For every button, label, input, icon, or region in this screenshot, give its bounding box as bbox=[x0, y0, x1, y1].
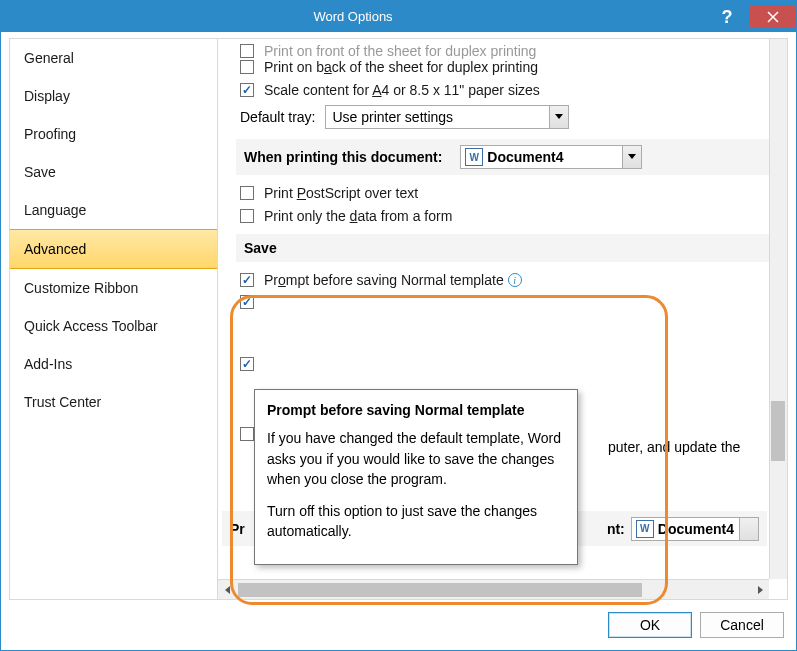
clipped-text: puter, and update the bbox=[608, 439, 740, 455]
checkbox[interactable] bbox=[240, 60, 254, 74]
option-label: Print only the data from a form bbox=[264, 208, 452, 224]
scrollbar-thumb[interactable] bbox=[771, 401, 785, 461]
section-save: Save bbox=[236, 234, 769, 262]
section-label-prefix: Pr bbox=[230, 521, 245, 537]
close-button[interactable] bbox=[749, 5, 796, 28]
tooltip-paragraph: If you have changed the default template… bbox=[267, 428, 565, 489]
sidebar-item-quick-access-toolbar[interactable]: Quick Access Toolbar bbox=[10, 307, 217, 345]
document-selector[interactable]: W Document4 bbox=[460, 145, 642, 169]
tooltip-title: Prompt before saving Normal template bbox=[267, 400, 565, 420]
cancel-button[interactable]: Cancel bbox=[700, 612, 784, 638]
sidebar-item-language[interactable]: Language bbox=[10, 191, 217, 229]
option-hidden-behind-tooltip-1 bbox=[236, 295, 769, 309]
close-icon bbox=[767, 11, 779, 23]
tray-label: Default tray: bbox=[240, 109, 315, 125]
section-label-suffix: nt: bbox=[607, 521, 625, 537]
option-label: Print on back of the sheet for duplex pr… bbox=[264, 59, 538, 75]
vertical-scrollbar[interactable] bbox=[769, 39, 787, 579]
sidebar-item-save[interactable]: Save bbox=[10, 153, 217, 191]
scroll-arrow-right[interactable] bbox=[751, 580, 769, 599]
option-hidden-behind-tooltip-2 bbox=[236, 357, 769, 371]
section-when-printing: When printing this document: W Document4 bbox=[236, 139, 769, 175]
checkbox[interactable] bbox=[240, 273, 254, 287]
word-options-window: Word Options ? General Display Proofing … bbox=[0, 0, 797, 651]
sidebar-item-general[interactable]: General bbox=[10, 39, 217, 77]
checkbox[interactable] bbox=[240, 44, 254, 58]
chevron-down-icon bbox=[555, 114, 563, 119]
chevron-down-icon bbox=[628, 154, 636, 159]
option-label: Prompt before saving Normal template bbox=[264, 272, 504, 288]
option-scale-content: Scale content for A4 or 8.5 x 11" paper … bbox=[236, 82, 769, 98]
word-document-icon: W bbox=[465, 148, 483, 166]
option-print-front: Print on front of the sheet for duplex p… bbox=[236, 43, 769, 59]
dropdown-value: Document4 bbox=[658, 521, 734, 537]
dropdown-value: Document4 bbox=[487, 149, 563, 165]
section-label: When printing this document: bbox=[244, 149, 442, 165]
section-label: Save bbox=[244, 240, 277, 256]
sidebar-item-proofing[interactable]: Proofing bbox=[10, 115, 217, 153]
option-postscript: Print PostScript over text bbox=[236, 185, 769, 201]
help-button[interactable]: ? bbox=[705, 5, 749, 28]
default-tray-dropdown[interactable]: Use printer settings bbox=[325, 105, 569, 129]
checkbox[interactable] bbox=[240, 186, 254, 200]
checkbox[interactable] bbox=[240, 357, 254, 371]
dialog-buttons: OK Cancel bbox=[608, 612, 784, 638]
option-prompt-normal-template: Prompt before saving Normal template i bbox=[236, 272, 769, 288]
horizontal-scrollbar[interactable] bbox=[218, 579, 769, 599]
checkbox[interactable] bbox=[240, 427, 254, 441]
scroll-arrow-left[interactable] bbox=[218, 580, 236, 599]
checkbox[interactable] bbox=[240, 83, 254, 97]
sidebar-item-advanced[interactable]: Advanced bbox=[10, 229, 217, 269]
document-selector-2[interactable]: W Document4 bbox=[631, 517, 759, 541]
tooltip-paragraph: Turn off this option to just save the ch… bbox=[267, 501, 565, 542]
tooltip: Prompt before saving Normal template If … bbox=[254, 389, 578, 565]
option-label: Print PostScript over text bbox=[264, 185, 418, 201]
option-data-only: Print only the data from a form bbox=[236, 208, 769, 224]
info-icon[interactable]: i bbox=[508, 273, 522, 287]
checkbox[interactable] bbox=[240, 295, 254, 309]
sidebar-item-add-ins[interactable]: Add-Ins bbox=[10, 345, 217, 383]
titlebar: Word Options ? bbox=[1, 1, 796, 32]
tooltip-body: If you have changed the default template… bbox=[267, 428, 565, 541]
option-label: Scale content for A4 or 8.5 x 11" paper … bbox=[264, 82, 540, 98]
option-print-back: Print on back of the sheet for duplex pr… bbox=[236, 59, 769, 75]
window-title: Word Options bbox=[1, 9, 705, 24]
sidebar-item-display[interactable]: Display bbox=[10, 77, 217, 115]
word-document-icon: W bbox=[636, 520, 654, 538]
sidebar: General Display Proofing Save Language A… bbox=[9, 38, 218, 600]
checkbox[interactable] bbox=[240, 209, 254, 223]
default-tray-row: Default tray: Use printer settings bbox=[240, 105, 769, 129]
dropdown-value: Use printer settings bbox=[332, 109, 453, 125]
scrollbar-thumb[interactable] bbox=[238, 583, 642, 597]
sidebar-item-customize-ribbon[interactable]: Customize Ribbon bbox=[10, 269, 217, 307]
option-label: Print on front of the sheet for duplex p… bbox=[264, 43, 536, 59]
ok-button[interactable]: OK bbox=[608, 612, 692, 638]
sidebar-item-trust-center[interactable]: Trust Center bbox=[10, 383, 217, 421]
